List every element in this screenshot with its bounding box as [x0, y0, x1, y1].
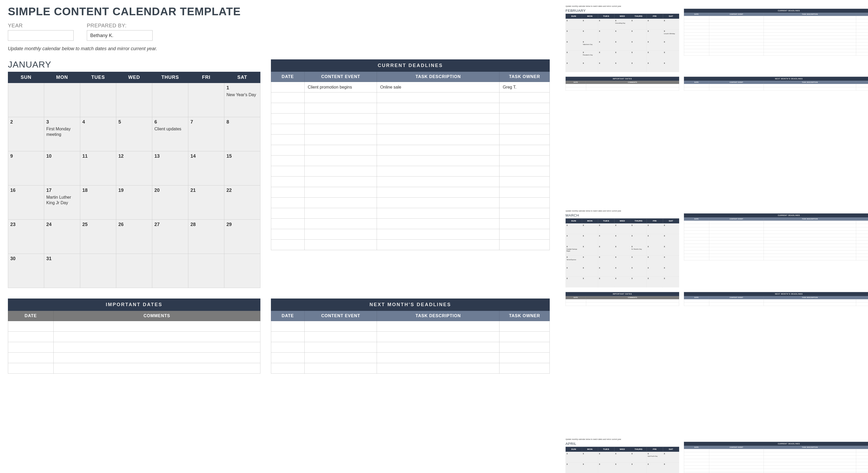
- table-row[interactable]: [684, 39, 868, 42]
- calendar-cell[interactable]: X: [598, 245, 614, 256]
- table-row[interactable]: [684, 244, 868, 247]
- calendar-cell[interactable]: X: [565, 234, 582, 245]
- table-cell[interactable]: [586, 87, 679, 91]
- table-cell[interactable]: [684, 84, 709, 87]
- table-row[interactable]: [565, 84, 679, 87]
- calendar-cell[interactable]: X: [663, 51, 679, 62]
- table-row[interactable]: [684, 42, 868, 46]
- calendar-cell[interactable]: X: [598, 223, 614, 234]
- calendar-cell[interactable]: X: [647, 234, 663, 245]
- calendar-cell[interactable]: X: [582, 277, 598, 288]
- calendar-cell[interactable]: X: [614, 277, 630, 288]
- table-row[interactable]: [684, 19, 868, 23]
- calendar-cell[interactable]: X: [598, 452, 614, 463]
- table-cell[interactable]: [499, 177, 550, 187]
- table-cell[interactable]: [377, 240, 499, 250]
- calendar-cell[interactable]: X: [647, 29, 663, 40]
- table-row[interactable]: [684, 32, 868, 36]
- calendar-cell[interactable]: [116, 83, 152, 117]
- calendar-cell[interactable]: [80, 83, 116, 117]
- calendar-cell[interactable]: X: [565, 19, 582, 29]
- calendar-cell[interactable]: 8: [224, 117, 260, 151]
- table-cell[interactable]: [271, 198, 305, 208]
- table-cell[interactable]: [499, 240, 550, 250]
- table-cell[interactable]: [764, 32, 856, 36]
- table-row[interactable]: [8, 342, 260, 353]
- calendar-cell[interactable]: 21: [188, 185, 224, 220]
- table-cell[interactable]: [709, 247, 764, 250]
- calendar-cell[interactable]: X: [647, 277, 663, 288]
- table-cell[interactable]: [305, 124, 377, 135]
- calendar-cell[interactable]: 23: [8, 220, 44, 254]
- table-cell[interactable]: [856, 46, 868, 49]
- table-cell[interactable]: [709, 224, 764, 227]
- table-cell[interactable]: [684, 469, 709, 472]
- table-row[interactable]: [684, 231, 868, 234]
- table-cell[interactable]: [684, 32, 709, 36]
- table-cell[interactable]: [856, 22, 868, 26]
- table-cell[interactable]: [684, 465, 709, 469]
- table-row[interactable]: [684, 224, 868, 227]
- table-cell[interactable]: [856, 227, 868, 231]
- table-cell[interactable]: [764, 462, 856, 466]
- table-cell[interactable]: [709, 449, 764, 452]
- calendar-cell[interactable]: 29: [224, 220, 260, 254]
- table-cell[interactable]: [709, 19, 764, 23]
- table-cell[interactable]: [856, 32, 868, 36]
- table-cell[interactable]: [271, 177, 305, 187]
- table-row[interactable]: [684, 247, 868, 250]
- year-input[interactable]: [8, 30, 74, 41]
- table-cell[interactable]: [684, 254, 709, 257]
- table-cell[interactable]: [377, 187, 499, 198]
- table-cell[interactable]: [856, 52, 868, 56]
- calendar-cell[interactable]: 12: [116, 151, 152, 185]
- calendar-cell[interactable]: [44, 83, 80, 117]
- table-cell[interactable]: [271, 124, 305, 135]
- table-row[interactable]: [684, 472, 868, 473]
- table-cell[interactable]: [709, 465, 764, 469]
- table-cell[interactable]: [499, 145, 550, 156]
- calendar-cell[interactable]: X: [565, 223, 582, 234]
- table-cell[interactable]: [684, 39, 709, 42]
- calendar-cell[interactable]: 14: [188, 151, 224, 185]
- table-cell[interactable]: [377, 363, 499, 374]
- table-cell[interactable]: [856, 42, 868, 46]
- table-cell[interactable]: [764, 19, 856, 23]
- table-cell[interactable]: [709, 16, 764, 19]
- table-row[interactable]: [271, 218, 550, 229]
- table-cell[interactable]: [764, 29, 856, 33]
- table-row[interactable]: [684, 221, 868, 224]
- table-cell[interactable]: [271, 135, 305, 145]
- table-cell[interactable]: [8, 353, 54, 363]
- table-cell[interactable]: [709, 462, 764, 466]
- table-cell[interactable]: [856, 254, 868, 257]
- table-cell[interactable]: [709, 46, 764, 49]
- table-cell[interactable]: [305, 156, 377, 166]
- table-cell[interactable]: [305, 240, 377, 250]
- table-row[interactable]: [684, 254, 868, 257]
- table-cell[interactable]: [377, 342, 499, 353]
- table-cell[interactable]: [499, 198, 550, 208]
- calendar-cell[interactable]: XGroundhog Day: [614, 19, 630, 29]
- calendar-cell[interactable]: [8, 83, 44, 117]
- table-cell[interactable]: [856, 452, 868, 455]
- calendar-cell[interactable]: 25: [80, 220, 116, 254]
- table-cell[interactable]: [305, 103, 377, 113]
- table-cell[interactable]: [684, 87, 709, 91]
- table-cell[interactable]: [709, 455, 764, 459]
- calendar-cell[interactable]: 15: [224, 151, 260, 185]
- calendar-cell[interactable]: X: [582, 223, 598, 234]
- table-cell[interactable]: [764, 52, 856, 56]
- calendar-cell[interactable]: 1New Year's Day: [224, 83, 260, 117]
- table-cell[interactable]: [271, 321, 305, 332]
- table-cell[interactable]: [684, 244, 709, 247]
- calendar-cell[interactable]: 24: [44, 220, 80, 254]
- table-cell[interactable]: [305, 218, 377, 229]
- calendar-cell[interactable]: X: [647, 61, 663, 72]
- table-row[interactable]: [684, 29, 868, 33]
- table-cell[interactable]: [856, 84, 868, 87]
- table-cell[interactable]: [565, 87, 586, 91]
- calendar-cell[interactable]: [80, 254, 116, 288]
- calendar-cell[interactable]: 9: [8, 151, 44, 185]
- table-cell[interactable]: [305, 93, 377, 103]
